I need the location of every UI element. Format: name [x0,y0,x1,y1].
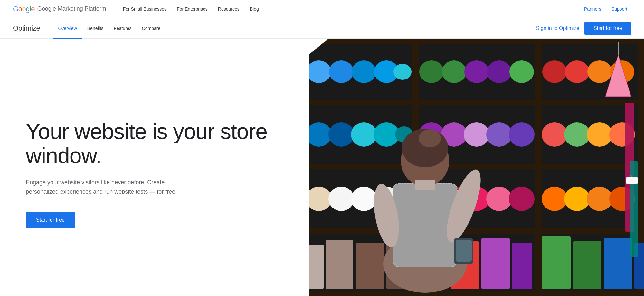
support-link[interactable]: Support [608,4,631,14]
svg-point-79 [419,129,441,147]
svg-point-13 [307,60,331,83]
svg-rect-88 [626,177,638,184]
svg-point-31 [351,122,377,147]
sub-nav-tabs: Overview Benefits Features Compare [53,18,536,39]
hero-cta-button[interactable]: Start for free [26,212,75,228]
optimize-brand: Optimize [13,24,40,32]
svg-rect-82 [456,240,472,262]
hero-image-svg [258,39,644,296]
tab-benefits[interactable]: Benefits [82,18,109,39]
hero-subtext: Engage your website visitors like never … [26,178,180,197]
tab-compare[interactable]: Compare [137,18,166,39]
svg-point-37 [486,122,512,147]
svg-point-40 [564,122,590,147]
svg-rect-61 [326,240,353,289]
sub-navigation: Optimize Overview Benefits Features Comp… [0,18,644,39]
hero-image-area [258,39,644,296]
svg-rect-62 [356,243,384,289]
top-navigation: Google Google Marketing Platform For Sma… [0,0,644,18]
svg-point-47 [351,187,377,211]
svg-point-54 [509,187,535,211]
svg-point-18 [419,60,444,83]
hero-headline: Your website is your store window. [26,119,290,168]
svg-rect-80 [415,180,435,190]
svg-point-56 [564,187,590,211]
tab-features[interactable]: Features [109,18,137,39]
google-g-letters: Google [13,5,35,13]
svg-point-55 [542,187,567,211]
nav-enterprises[interactable]: For Enterprises [173,4,212,14]
svg-point-46 [328,187,354,211]
sign-in-link[interactable]: Sign in to Optimize [536,25,579,31]
svg-point-39 [542,122,567,147]
svg-rect-68 [542,236,571,289]
svg-point-29 [306,122,332,147]
svg-point-17 [393,64,412,80]
svg-point-30 [328,122,354,147]
svg-point-19 [442,60,466,83]
svg-rect-7 [258,164,644,169]
svg-point-36 [464,122,489,147]
start-free-button-header[interactable]: Start for free [584,22,631,35]
platform-name: Google Marketing Platform [37,5,106,12]
partners-link[interactable]: Partners [580,4,605,14]
svg-point-24 [565,60,589,83]
google-logo: Google Google Marketing Platform [13,5,106,13]
svg-point-53 [486,187,512,211]
svg-point-38 [509,122,535,147]
svg-rect-70 [604,238,632,289]
svg-point-57 [587,187,612,211]
nav-small-business[interactable]: For Small Businesses [119,4,170,14]
svg-rect-9 [258,291,644,296]
nav-blog[interactable]: Blog [246,4,263,14]
svg-rect-6 [258,100,644,105]
logo-area[interactable]: Google Google Marketing Platform [13,5,106,13]
tab-overview[interactable]: Overview [53,18,82,39]
svg-point-21 [487,60,511,83]
svg-rect-67 [512,243,532,289]
nav-resources[interactable]: Resources [214,4,243,14]
svg-point-45 [306,187,332,211]
svg-rect-69 [573,241,601,289]
svg-point-14 [329,60,354,83]
svg-point-25 [587,60,612,83]
sub-nav-right: Sign in to Optimize Start for free [536,22,631,35]
svg-point-20 [464,60,489,83]
top-nav-links: For Small Businesses For Enterprises Res… [119,4,580,14]
svg-rect-66 [481,238,510,289]
hero-section: Your website is your store window. Engag… [0,39,644,296]
svg-point-41 [587,122,612,147]
top-nav-right: Partners Support [580,4,631,14]
svg-point-23 [542,60,567,83]
svg-point-15 [352,60,376,83]
svg-point-22 [509,60,534,83]
